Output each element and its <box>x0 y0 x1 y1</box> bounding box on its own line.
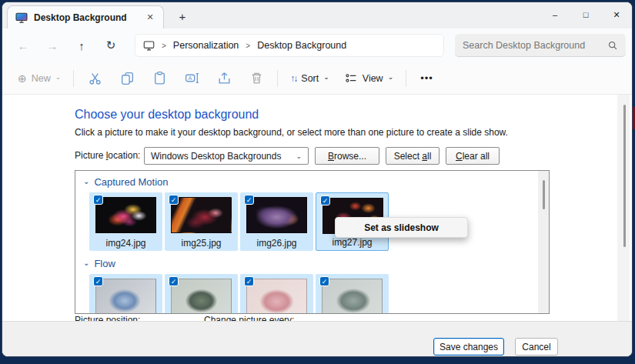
minimize-icon[interactable]: – <box>540 2 570 27</box>
thumbnail-img24 <box>95 197 156 233</box>
new-button[interactable]: ⊕ New ⌄ <box>2 72 69 85</box>
chevron-down-icon: ⌄ <box>323 74 329 81</box>
thumbnail-flow-4 <box>322 279 383 314</box>
checkmark-icon: ✓ <box>171 196 177 204</box>
share-icon <box>217 71 232 85</box>
paste-button[interactable] <box>143 65 175 92</box>
content-area: Choose your desktop background Click a p… <box>2 95 632 321</box>
checkmark-icon: ✓ <box>323 197 329 205</box>
change-picture-every-label: Change picture every: <box>204 315 294 321</box>
view-icon <box>345 72 358 85</box>
breadcrumb-chevron-icon: > <box>246 42 250 50</box>
checked-checkbox[interactable]: ✓ <box>319 276 329 286</box>
list-scrollbar[interactable] <box>538 171 549 313</box>
picture-tile-img25[interactable]: ✓ img25.jpg <box>165 192 238 251</box>
tab-desktop-background[interactable]: Desktop Background ✕ <box>7 5 164 28</box>
share-button[interactable] <box>208 65 240 92</box>
monitor-icon <box>143 40 155 51</box>
breadcrumb-item-desktop-background[interactable]: Desktop Background <box>257 40 346 51</box>
picture-tile-flow-3[interactable]: ✓ <box>240 274 313 314</box>
copy-button[interactable] <box>111 65 143 92</box>
picture-list[interactable]: ⌄ Captured Motion ✓ img24.jpg ✓ img25.jp… <box>75 170 550 314</box>
tab-close-icon[interactable]: ✕ <box>143 11 157 25</box>
checked-checkbox[interactable]: ✓ <box>244 276 254 286</box>
search-box[interactable] <box>455 34 626 57</box>
cut-button[interactable] <box>79 65 111 92</box>
view-button[interactable]: View ⌄ <box>337 65 401 92</box>
maximize-icon[interactable]: □ <box>570 2 601 27</box>
tab-strip: Desktop Background ✕ + – □ ✕ <box>2 2 632 28</box>
up-icon[interactable]: ↑ <box>67 32 96 58</box>
command-toolbar: ⊕ New ⌄ A <box>2 62 632 95</box>
filename-label: img27.jpg <box>316 237 388 248</box>
picture-location-value: Windows Desktop Backgrounds <box>151 151 281 162</box>
tab-title: Desktop Background <box>34 12 127 23</box>
picture-tile-img24[interactable]: ✓ img24.jpg <box>89 192 162 251</box>
browse-button[interactable]: Browse... <box>315 147 379 165</box>
svg-text:A: A <box>188 75 192 82</box>
checked-checkbox[interactable]: ✓ <box>93 276 103 286</box>
checkmark-icon: ✓ <box>95 196 102 204</box>
breadcrumb-chevron-icon: > <box>162 42 166 50</box>
back-icon[interactable]: ← <box>8 32 38 58</box>
toolbar-divider <box>406 70 406 87</box>
close-icon[interactable]: ✕ <box>601 2 632 27</box>
window-scrollbar-thumb[interactable] <box>623 105 626 247</box>
picture-location-select[interactable]: Windows Desktop Backgrounds ⌄ <box>144 147 309 165</box>
explorer-window: Desktop Background ✕ + – □ ✕ ← → ↑ ↻ > P… <box>2 2 633 357</box>
breadcrumb[interactable]: > Personalization > Desktop Background <box>135 34 444 57</box>
picture-tile-flow-2[interactable]: ✓ <box>165 274 238 314</box>
new-tab-icon[interactable]: + <box>173 7 192 25</box>
picture-location-label: Picture location: <box>75 150 140 161</box>
picture-tile-img26[interactable]: ✓ img26.jpg <box>240 192 313 251</box>
select-all-button[interactable]: Select all <box>386 147 439 165</box>
filename-label: img26.jpg <box>240 238 313 249</box>
delete-button[interactable] <box>240 65 272 92</box>
save-changes-button[interactable]: Save changes <box>433 338 504 356</box>
sort-button[interactable]: ↑↓ Sort ⌄ <box>282 65 336 92</box>
thumbnail-flow-3 <box>246 279 307 314</box>
chevron-down-icon: ⌄ <box>296 152 302 160</box>
picture-tile-flow-1[interactable]: ✓ <box>89 274 162 314</box>
toolbar-divider <box>277 70 278 87</box>
copy-icon <box>120 71 135 85</box>
thumbnail-flow-2 <box>171 279 232 314</box>
checked-checkbox[interactable]: ✓ <box>320 195 330 205</box>
picture-tile-flow-4[interactable]: ✓ <box>316 274 389 314</box>
checked-checkbox[interactable]: ✓ <box>93 195 103 205</box>
sort-arrows-icon: ↑↓ <box>290 73 296 84</box>
thumbnail-img25 <box>171 197 232 233</box>
rename-button[interactable]: A <box>175 65 208 92</box>
toolbar-divider <box>73 70 74 87</box>
group-header-captured-motion[interactable]: ⌄ Captured Motion <box>83 176 169 188</box>
checked-checkbox[interactable]: ✓ <box>169 276 179 286</box>
forward-icon[interactable]: → <box>38 32 67 58</box>
clear-all-button[interactable]: Clear all <box>446 147 500 165</box>
picture-position-label: Picture position: <box>75 315 140 321</box>
checked-checkbox[interactable]: ✓ <box>244 195 254 205</box>
chevron-down-icon: ⌄ <box>388 74 394 81</box>
footer-bar: Save changes Cancel <box>2 321 632 357</box>
window-scrollbar[interactable] <box>617 95 630 321</box>
context-menu-item-set-as-slideshow[interactable]: Set as slideshow <box>364 222 439 233</box>
checked-checkbox[interactable]: ✓ <box>169 195 179 205</box>
breadcrumb-item-personalization[interactable]: Personalization <box>173 40 239 51</box>
filename-label: img25.jpg <box>165 238 238 249</box>
cancel-button[interactable]: Cancel <box>515 338 558 356</box>
chevron-down-icon: ⌄ <box>83 177 89 185</box>
thumbnail-img26 <box>246 197 307 233</box>
checkmark-icon: ✓ <box>246 196 252 204</box>
list-scrollbar-thumb[interactable] <box>543 180 545 209</box>
cut-icon <box>88 71 102 85</box>
more-options-icon[interactable]: ••• <box>411 72 443 84</box>
filename-label: img24.jpg <box>89 238 162 249</box>
checkmark-icon: ✓ <box>246 278 252 286</box>
refresh-icon[interactable]: ↻ <box>96 32 125 58</box>
chevron-down-icon: ⌄ <box>83 259 89 267</box>
paste-icon <box>152 71 167 85</box>
search-input[interactable] <box>463 40 607 51</box>
checkmark-icon: ✓ <box>95 278 102 286</box>
group-header-flow[interactable]: ⌄ Flow <box>83 258 115 269</box>
new-plus-icon: ⊕ <box>18 72 27 85</box>
rename-icon: A <box>185 71 199 85</box>
